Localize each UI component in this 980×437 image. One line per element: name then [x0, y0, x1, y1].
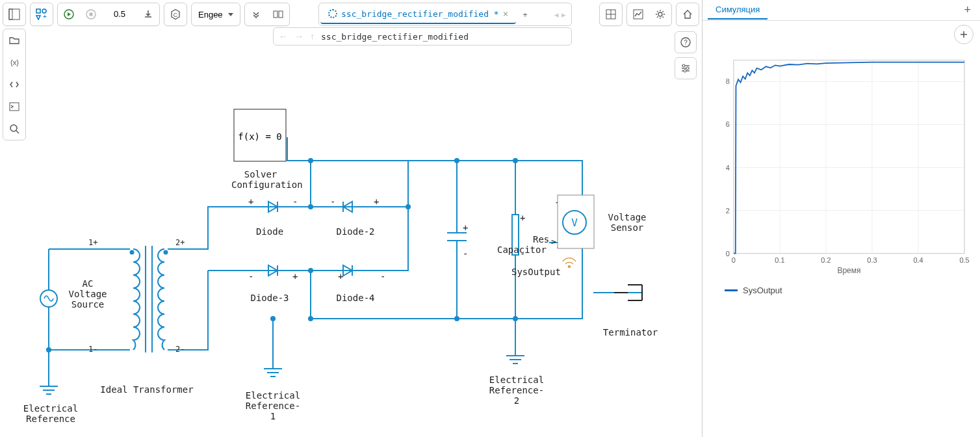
port-2m: 2- — [175, 345, 185, 354]
label-res: Res — [533, 234, 549, 245]
svg-rect-7 — [90, 13, 93, 16]
svg-point-38 — [454, 158, 459, 163]
port-1p: 1+ — [88, 238, 97, 247]
svg-point-75 — [569, 266, 571, 268]
settings-button[interactable] — [651, 5, 670, 24]
compare-button[interactable] — [268, 5, 288, 24]
add-chart-button[interactable] — [954, 25, 974, 44]
svg-text:+: + — [374, 196, 379, 207]
svg-point-41 — [513, 316, 518, 321]
svg-text:2: 2 — [726, 207, 730, 215]
layout-button[interactable] — [5, 5, 24, 24]
chart-plot[interactable]: 0246800.10.20.30.40.5Время — [712, 55, 971, 276]
label-eref: Electrical Reference — [18, 403, 83, 424]
svg-text:f(x) = 0: f(x) = 0 — [238, 131, 281, 142]
svg-point-40 — [454, 316, 459, 321]
svg-text:0.5: 0.5 — [959, 256, 969, 264]
svg-point-42 — [270, 316, 276, 321]
legend-swatch — [725, 289, 738, 291]
label-diode3: Diode-3 — [247, 293, 292, 303]
svg-text:0.4: 0.4 — [913, 256, 923, 264]
port-2p: 2+ — [175, 238, 185, 247]
chart-view-button[interactable] — [628, 5, 648, 24]
svg-text:>: > — [551, 237, 556, 246]
svg-text:-: - — [248, 271, 253, 282]
svg-point-39 — [513, 158, 518, 163]
blocks-button[interactable]: + — [32, 5, 51, 24]
svg-text:0.3: 0.3 — [867, 256, 877, 264]
home-button[interactable] — [678, 5, 697, 24]
stop-button[interactable] — [81, 5, 101, 24]
engine-select[interactable]: Engee — [193, 5, 239, 24]
label-eref2: Electrical Reference- 2 — [484, 375, 549, 406]
model-canvas[interactable]: f(x) = 0 +- -+ -+ + — [0, 0, 702, 437]
label-cap: Capacitor — [497, 245, 547, 255]
svg-text:-: - — [380, 271, 385, 282]
chevron-down-icon — [228, 13, 233, 16]
legend-label: SysOutput — [743, 285, 782, 295]
svg-text:+: + — [292, 271, 298, 282]
label-eref1: Electrical Reference- 1 — [240, 390, 305, 421]
svg-text:-: - — [292, 196, 298, 207]
run-button[interactable] — [59, 5, 79, 24]
svg-rect-104 — [734, 60, 964, 253]
download-button[interactable] — [138, 5, 158, 24]
svg-text:0: 0 — [726, 250, 730, 258]
svg-text:+: + — [463, 222, 468, 233]
svg-rect-2 — [36, 9, 40, 13]
svg-text:C: C — [174, 12, 178, 18]
sim-time-input[interactable] — [103, 5, 136, 23]
svg-rect-9 — [274, 11, 277, 18]
svg-text:8: 8 — [726, 77, 730, 85]
svg-text:4: 4 — [726, 164, 730, 172]
svg-point-36 — [406, 204, 411, 209]
svg-point-37 — [308, 268, 313, 273]
label-sysout: SysOutput — [511, 267, 561, 277]
label-diode2: Diode-2 — [333, 226, 378, 237]
svg-point-51 — [164, 251, 168, 254]
svg-point-43 — [46, 347, 51, 352]
svg-text:0.2: 0.2 — [821, 256, 831, 264]
label-solver: Solver Configuration — [231, 169, 290, 190]
svg-text:+: + — [248, 196, 253, 207]
svg-rect-1 — [9, 9, 12, 20]
sim-tab[interactable]: Симуляция — [708, 1, 767, 20]
collapse-button[interactable] — [246, 5, 266, 24]
svg-text:6: 6 — [726, 120, 730, 128]
svg-point-35 — [308, 204, 313, 209]
svg-text:-: - — [330, 196, 335, 207]
code-gen-button[interactable]: C — [166, 5, 185, 24]
svg-text:+: + — [43, 13, 47, 20]
svg-point-34 — [308, 158, 313, 163]
table-view-button[interactable] — [601, 5, 621, 24]
label-terminator: Terminator — [598, 327, 663, 338]
svg-text:-: - — [463, 248, 468, 259]
label-ac: AC Voltage Source — [65, 278, 110, 310]
svg-rect-0 — [9, 9, 19, 20]
label-transformer: Ideal Transformer — [88, 384, 205, 395]
svg-text:0.1: 0.1 — [775, 256, 784, 264]
svg-text:+: + — [520, 213, 525, 223]
port-1m: 1- — [88, 345, 97, 354]
svg-text:0: 0 — [732, 256, 736, 264]
svg-text:Время: Время — [837, 266, 860, 275]
svg-text:V: V — [571, 217, 578, 229]
svg-text:+: + — [338, 271, 343, 282]
sim-tab-add[interactable]: + — [960, 3, 975, 17]
label-diode4: Diode-4 — [333, 293, 378, 303]
svg-point-44 — [308, 316, 313, 321]
svg-point-15 — [658, 12, 662, 16]
svg-point-50 — [131, 251, 134, 254]
label-diode: Diode — [250, 226, 289, 237]
svg-rect-10 — [279, 11, 283, 18]
simulation-panel: Симуляция + 0246800.10.20.30.40.5Время S… — [702, 0, 980, 437]
label-vsensor: Voltage Sensor — [604, 212, 650, 233]
engine-label: Engee — [198, 10, 223, 20]
